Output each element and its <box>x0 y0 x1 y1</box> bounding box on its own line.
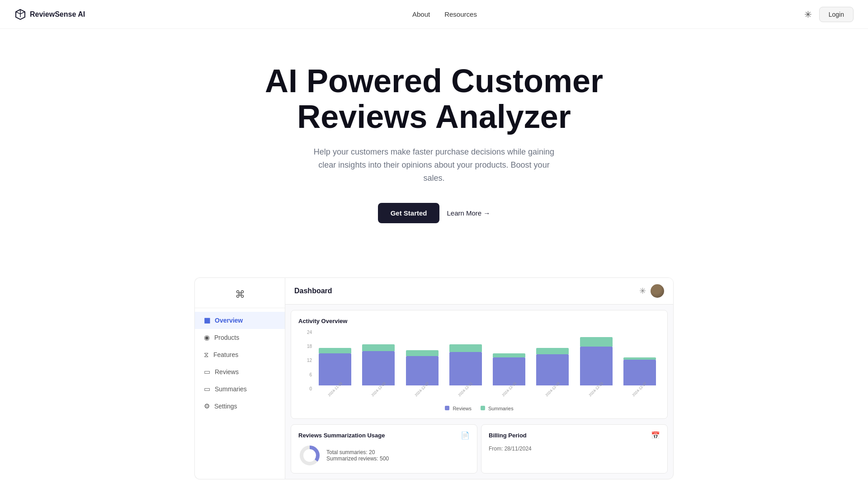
bar-group: 2024-11-29 <box>315 324 355 391</box>
logo-text: ReviewSense AI <box>30 10 85 19</box>
legend-reviews: Reviews <box>445 406 472 411</box>
logo-icon <box>14 9 26 20</box>
bar-group: 2024-12-03 <box>358 324 399 391</box>
reviews-bar <box>449 352 482 385</box>
theme-toggle-button[interactable]: ✳ <box>804 9 812 20</box>
sidebar-logo-area: ⌘ <box>195 285 285 308</box>
usage-card-header: Reviews Summarization Usage 📄 <box>298 431 470 440</box>
usage-card-icon: 📄 <box>461 431 470 440</box>
hero-actions: Get Started Learn More → <box>240 203 628 223</box>
login-button[interactable]: Login <box>819 7 854 22</box>
bar-group: 2024-12-15 <box>489 324 529 391</box>
reviews-bar <box>319 353 351 385</box>
legend-summaries: Summaries <box>481 406 514 411</box>
dashboard-preview: ⌘ ▦ Overview ◉ Products ⧖ Features ▭ Rev… <box>185 277 683 479</box>
hero-section: AI Powered Customer Reviews Analyzer Hel… <box>231 0 637 250</box>
billing-info: From: 28/11/2024 <box>489 444 660 454</box>
bar-group: 2024-12-23 <box>576 324 617 391</box>
nav-about[interactable]: About <box>412 10 430 18</box>
sidebar-item-features[interactable]: ⧖ Features <box>195 346 285 363</box>
bar-group: 2024-12-19 <box>532 324 573 391</box>
avatar[interactable] <box>651 284 664 298</box>
nav-right: ✳ Login <box>804 7 854 22</box>
chart-title: Activity Overview <box>298 318 660 324</box>
y-axis: 06121824 <box>298 330 312 391</box>
sidebar-item-overview[interactable]: ▦ Overview <box>195 312 285 329</box>
summaries-bar <box>406 350 439 356</box>
summaries-bar <box>449 344 482 352</box>
billing-card-icon: 📅 <box>651 431 660 440</box>
summaries-bar <box>536 348 569 354</box>
nav-resources[interactable]: Resources <box>444 10 477 18</box>
billing-card: Billing Period 📅 From: 28/11/2024 <box>481 424 668 474</box>
gear-icon: ⚙ <box>204 402 210 410</box>
sidebar: ⌘ ▦ Overview ◉ Products ⧖ Features ▭ Rev… <box>194 277 285 479</box>
main-header: Dashboard ✳ <box>285 278 673 305</box>
sidebar-item-products[interactable]: ◉ Products <box>195 329 285 346</box>
file2-icon: ▭ <box>204 385 210 393</box>
usage-card-title: Reviews Summarization Usage <box>298 432 385 439</box>
learn-more-button[interactable]: Learn More → <box>447 209 490 217</box>
settings-icon[interactable]: ✳ <box>639 286 646 296</box>
donut-chart <box>298 444 321 467</box>
hero-subtitle: Help your customers make faster purchase… <box>307 145 561 184</box>
file-icon: ▭ <box>204 368 210 376</box>
total-summaries: Total summaries: 20 <box>326 449 389 455</box>
billing-card-title: Billing Period <box>489 432 527 439</box>
summarized-reviews: Summarized reviews: 500 <box>326 455 389 462</box>
billing-card-header: Billing Period 📅 <box>489 431 660 440</box>
sidebar-item-summaries[interactable]: ▭ Summaries <box>195 380 285 398</box>
bar-group: 2024-12-07 <box>402 324 443 391</box>
usage-stats: Total summaries: 20 Summarized reviews: … <box>326 449 389 462</box>
sidebar-item-reviews[interactable]: ▭ Reviews <box>195 363 285 380</box>
nav-links: About Resources <box>412 10 477 18</box>
summaries-bar <box>493 353 525 357</box>
bar-chart: 06121824 2024-11-292024-12-032024-12-072… <box>298 330 660 402</box>
logo[interactable]: ReviewSense AI <box>14 9 85 20</box>
summaries-dot <box>481 406 485 410</box>
chart-area: 06121824 2024-11-292024-12-032024-12-072… <box>298 330 660 411</box>
reviews-bar <box>406 356 439 385</box>
sidebar-logo-icon: ⌘ <box>235 289 245 300</box>
bar-group: 2024-12-11 <box>445 324 486 391</box>
bottom-cards: Reviews Summarization Usage 📄 Total summ… <box>291 424 668 474</box>
reviews-bar <box>580 347 613 385</box>
filter-icon: ⧖ <box>204 351 209 359</box>
chart-icon: ▦ <box>204 316 210 324</box>
navbar: ReviewSense AI About Resources ✳ Login <box>0 0 868 29</box>
bar-group: 2024-12-27 <box>619 324 660 391</box>
reviews-bar <box>623 360 656 385</box>
main-content: Dashboard ✳ Activity Overview 06121824 2… <box>285 277 674 479</box>
summaries-bar <box>319 348 351 353</box>
hero-title: AI Powered Customer Reviews Analyzer <box>240 63 628 135</box>
usage-card: Reviews Summarization Usage 📄 Total summ… <box>291 424 477 474</box>
reviews-bar <box>362 351 395 385</box>
reviews-bar <box>493 357 525 385</box>
dashboard-title: Dashboard <box>294 287 332 295</box>
get-started-button[interactable]: Get Started <box>378 203 440 223</box>
summaries-bar <box>580 337 613 347</box>
chart-legend: Reviews Summaries <box>298 406 660 411</box>
header-right: ✳ <box>639 284 664 298</box>
summaries-bar <box>362 344 395 351</box>
reviews-dot <box>445 406 449 410</box>
reviews-bar <box>536 354 569 385</box>
sidebar-item-settings[interactable]: ⚙ Settings <box>195 398 285 415</box>
box-icon: ◉ <box>204 333 210 342</box>
activity-chart-container: Activity Overview 06121824 2024-11-29202… <box>291 310 668 419</box>
donut-container: Total summaries: 20 Summarized reviews: … <box>298 444 470 467</box>
